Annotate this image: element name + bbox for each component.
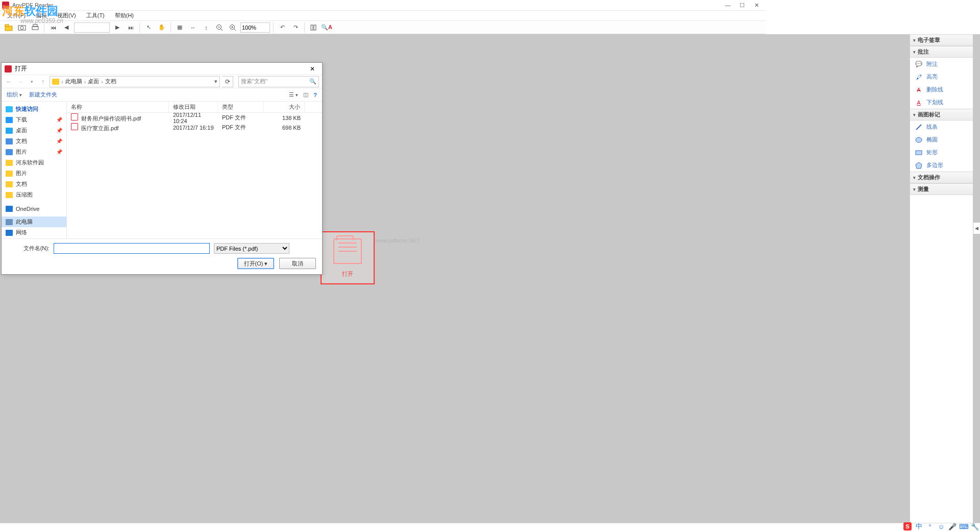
pointer-icon[interactable]: ↖ bbox=[143, 22, 154, 33]
folder-icon bbox=[52, 79, 59, 85]
breadcrumb[interactable]: ›此电脑 ›桌面 ›文档 ▾ bbox=[50, 76, 220, 87]
file-row[interactable]: 医疗室立面.pdf 2017/12/7 16:19 PDF 文件 698 KB bbox=[67, 123, 322, 132]
menu-tools[interactable]: 工具(T) bbox=[83, 11, 108, 20]
menu-edit[interactable]: 编辑 bbox=[33, 11, 50, 20]
toolbar: ⏮ ◀ ▶ ⏭ ↖ ✋ ▦ ↔ ↕ ↶ ↷ 🔍A bbox=[0, 21, 766, 34]
tree-folder-2[interactable]: 图片 bbox=[2, 168, 66, 179]
open-dialog: 打开 ✕ ← → ▾ ↑ ›此电脑 ›桌面 ›文档 ▾ ⟳ 搜索"文档" 🔍 组… bbox=[1, 62, 323, 275]
tree-downloads[interactable]: 下载📌 bbox=[2, 114, 66, 125]
nav-recent-icon[interactable]: ▾ bbox=[27, 77, 36, 86]
last-page-icon[interactable]: ⏭ bbox=[125, 22, 136, 33]
preview-pane-icon[interactable]: ◫ bbox=[303, 91, 308, 98]
tree-documents[interactable]: 文档📌 bbox=[2, 136, 66, 147]
svg-line-7 bbox=[220, 29, 223, 31]
tree-quick-access[interactable]: 快速访问 bbox=[2, 104, 66, 114]
svg-rect-1 bbox=[5, 25, 9, 27]
file-row[interactable]: 财务用户操作说明书.pdf 2017/12/11 10:24 PDF 文件 13… bbox=[67, 113, 322, 123]
zoom-select[interactable] bbox=[240, 22, 270, 33]
tree-network[interactable]: 网络 bbox=[2, 227, 66, 238]
hand-icon[interactable]: ✋ bbox=[156, 22, 167, 33]
svg-rect-13 bbox=[311, 25, 313, 30]
help-icon[interactable]: ? bbox=[313, 92, 317, 98]
app-title: AnyPDF Reader bbox=[12, 2, 53, 8]
search-field[interactable]: 搜索"文档" 🔍 bbox=[238, 76, 319, 87]
list-header: 名称 修改日期 类型 大小 bbox=[67, 102, 322, 113]
pdf-file-icon bbox=[71, 123, 78, 130]
cancel-button[interactable]: 取消 bbox=[279, 258, 316, 269]
nav-forward-icon[interactable]: → bbox=[16, 77, 25, 86]
menu-view[interactable]: 视图(V) bbox=[54, 11, 79, 20]
organize-menu[interactable]: 组织 ▾ bbox=[7, 91, 22, 99]
tree-folder-3[interactable]: 文档 bbox=[2, 179, 66, 189]
filename-label: 文件名(N): bbox=[8, 245, 50, 252]
menu-file[interactable]: 文件(F) bbox=[4, 11, 29, 20]
new-folder-button[interactable]: 新建文件夹 bbox=[29, 91, 57, 99]
pdf-file-icon bbox=[71, 113, 78, 120]
tree-folder-1[interactable]: 河东软件园 bbox=[2, 157, 66, 168]
document-folder-icon bbox=[333, 238, 362, 264]
undo-icon[interactable]: ↶ bbox=[277, 22, 288, 33]
dialog-titlebar: 打开 ✕ bbox=[2, 63, 322, 75]
titlebar: AnyPDF Reader — ☐ ✕ bbox=[0, 0, 766, 11]
camera-icon[interactable] bbox=[16, 22, 28, 33]
zoom-in-icon[interactable] bbox=[227, 22, 238, 33]
svg-rect-4 bbox=[32, 27, 38, 30]
refresh-icon[interactable]: ⟳ bbox=[222, 76, 233, 87]
maximize-button[interactable]: ☐ bbox=[735, 1, 749, 10]
search-icon: 🔍 bbox=[309, 78, 316, 85]
search-placeholder: 搜索"文档" bbox=[241, 78, 267, 85]
watermark-center: www.pdfome.NET bbox=[375, 237, 420, 244]
next-page-icon[interactable]: ▶ bbox=[112, 22, 123, 33]
dialog-navbar: ← → ▾ ↑ ›此电脑 ›桌面 ›文档 ▾ ⟳ 搜索"文档" 🔍 bbox=[2, 75, 322, 88]
dialog-toolbar: 组织 ▾ 新建文件夹 ☰ ▾ ◫ ? bbox=[2, 88, 322, 102]
tree-pictures[interactable]: 图片📌 bbox=[2, 147, 66, 157]
filetype-select[interactable]: PDF Files (*.pdf) bbox=[214, 243, 289, 254]
open-file-icon[interactable] bbox=[3, 22, 14, 33]
close-button[interactable]: ✕ bbox=[749, 1, 764, 10]
nav-up-icon[interactable]: ↑ bbox=[38, 77, 47, 86]
svg-point-3 bbox=[20, 26, 23, 29]
svg-rect-14 bbox=[314, 25, 316, 30]
filename-input[interactable] bbox=[54, 243, 210, 254]
dialog-app-icon bbox=[5, 65, 12, 73]
menubar: 文件(F) 编辑 视图(V) 工具(T) 帮助(H) bbox=[0, 11, 766, 21]
col-type[interactable]: 类型 bbox=[218, 102, 264, 112]
fit-width-icon[interactable]: ↔ bbox=[187, 22, 199, 33]
tree-onedrive[interactable]: OneDrive bbox=[2, 204, 66, 213]
search-icon[interactable] bbox=[308, 22, 319, 33]
dialog-bottom: 文件名(N): PDF Files (*.pdf) 打开(O) ▾ 取消 bbox=[2, 238, 322, 274]
prev-page-icon[interactable]: ◀ bbox=[61, 22, 72, 33]
redo-icon[interactable]: ↷ bbox=[290, 22, 301, 33]
tree-folder-4[interactable]: 压缩图 bbox=[2, 189, 66, 200]
print-icon[interactable] bbox=[30, 22, 41, 33]
open-file-tile[interactable]: 打开 bbox=[321, 231, 375, 284]
page-input[interactable] bbox=[74, 22, 110, 33]
nav-back-icon[interactable]: ← bbox=[5, 77, 14, 86]
dialog-title: 打开 bbox=[15, 64, 27, 73]
tree-thispc[interactable]: 此电脑 bbox=[2, 216, 66, 227]
minimize-button[interactable]: — bbox=[721, 1, 735, 10]
col-size[interactable]: 大小 bbox=[264, 102, 305, 112]
col-name[interactable]: 名称 bbox=[67, 102, 169, 112]
find-text-icon[interactable]: 🔍A bbox=[321, 22, 332, 33]
col-date[interactable]: 修改日期 bbox=[169, 102, 218, 112]
zoom-out-icon[interactable] bbox=[214, 22, 225, 33]
marquee-icon[interactable]: ▦ bbox=[174, 22, 185, 33]
view-mode-icon[interactable]: ☰ ▾ bbox=[289, 91, 298, 98]
file-list: 名称 修改日期 类型 大小 财务用户操作说明书.pdf 2017/12/11 1… bbox=[67, 102, 322, 238]
first-page-icon[interactable]: ⏮ bbox=[47, 22, 59, 33]
open-button[interactable]: 打开(O) ▾ bbox=[237, 258, 274, 269]
tree-desktop[interactable]: 桌面📌 bbox=[2, 125, 66, 136]
open-tile-label: 打开 bbox=[342, 270, 353, 278]
app-icon bbox=[2, 2, 9, 9]
svg-rect-5 bbox=[33, 25, 37, 27]
nav-tree: 快速访问 下载📌 桌面📌 文档📌 图片📌 河东软件园 图片 文档 压缩图 One… bbox=[2, 102, 67, 238]
menu-help[interactable]: 帮助(H) bbox=[112, 11, 137, 20]
svg-line-10 bbox=[234, 29, 236, 31]
list-rows: 财务用户操作说明书.pdf 2017/12/11 10:24 PDF 文件 13… bbox=[67, 113, 322, 238]
dialog-close-button[interactable]: ✕ bbox=[306, 64, 319, 74]
fit-height-icon[interactable]: ↕ bbox=[201, 22, 212, 33]
